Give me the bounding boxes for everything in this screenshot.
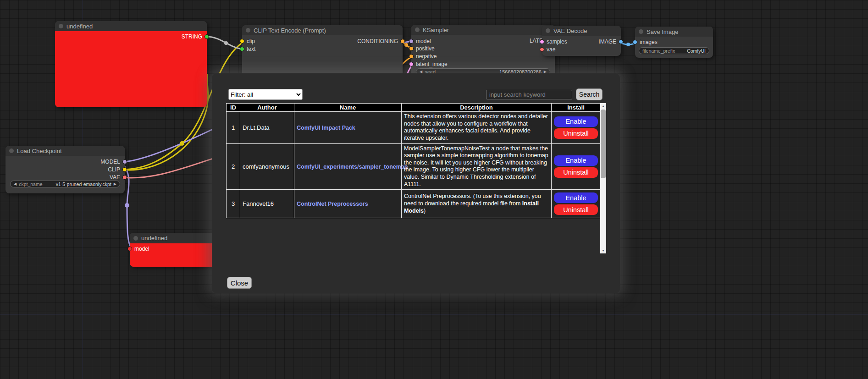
enable-button[interactable]: Enable <box>554 116 598 127</box>
node-header[interactable]: VAE Decode <box>542 26 621 36</box>
model-port-dot[interactable] <box>122 159 127 164</box>
extension-description: ControlNet Preprocessors. (To use this e… <box>402 190 552 218</box>
port-label: MODEL <box>100 159 120 165</box>
node-collapse-dot[interactable] <box>546 28 550 33</box>
model-port-dot[interactable] <box>409 39 414 44</box>
output-port-vae[interactable]: VAE <box>110 174 127 181</box>
description-text: ControlNet Preprocessors. (To use this e… <box>404 193 541 207</box>
port-label: text <box>247 46 255 52</box>
search-button[interactable]: Search <box>576 88 603 100</box>
port-label: VAE <box>110 174 120 181</box>
node-header[interactable]: Save Image <box>635 27 713 37</box>
extension-id: 2 <box>227 143 240 190</box>
uninstall-button[interactable]: Uninstall <box>554 167 598 178</box>
input-port-vae[interactable]: vae <box>540 46 555 53</box>
node-collapse-dot[interactable] <box>415 27 420 32</box>
close-button[interactable]: Close <box>227 277 252 289</box>
node-vae-decode[interactable]: VAE Decode samples vae IMAGE <box>542 26 621 56</box>
extension-id: 1 <box>227 112 240 144</box>
ckpt-name-widget[interactable]: ◀ ckpt_name v1-5-pruned-emaonly.ckpt ▶ <box>10 181 120 187</box>
output-port-clip[interactable]: CLIP <box>108 166 127 173</box>
input-port-model[interactable]: model <box>409 38 431 44</box>
port-label: STRING <box>182 33 202 40</box>
link-midpoint-dot[interactable] <box>626 43 630 46</box>
node-header[interactable]: undefined <box>55 21 207 31</box>
extension-author: Dr.Lt.Data <box>240 112 294 144</box>
search-input[interactable] <box>486 90 572 99</box>
uninstall-button[interactable]: Uninstall <box>554 128 598 139</box>
col-header-author: Author <box>240 104 294 112</box>
input-port-clip[interactable]: clip <box>240 38 255 44</box>
enable-button[interactable]: Enable <box>554 192 598 203</box>
node-collapse-dot[interactable] <box>133 236 138 241</box>
string-port-dot[interactable] <box>240 47 244 51</box>
node-title: CLIP Text Encode (Prompt) <box>254 27 326 34</box>
scroll-down-icon[interactable]: ▼ <box>600 247 606 253</box>
node-header[interactable]: KSampler <box>411 25 555 35</box>
output-port-conditioning[interactable]: CONDITIONING <box>357 38 405 44</box>
port-label: IMAGE <box>598 38 616 45</box>
port-label: CONDITIONING <box>357 38 398 44</box>
input-port-images[interactable]: images <box>633 39 658 45</box>
extension-id: 3 <box>227 190 240 218</box>
node-collapse-dot[interactable] <box>59 24 63 28</box>
node-collapse-dot[interactable] <box>639 29 643 34</box>
input-port-text[interactable]: text <box>240 46 255 52</box>
clip-port-dot[interactable] <box>240 39 244 44</box>
output-port-model[interactable]: MODEL <box>100 159 127 165</box>
port-label: vae <box>547 46 555 53</box>
table-scrollbar[interactable]: ▲ ▼ <box>600 103 606 253</box>
extension-name-link[interactable]: ComfyUI Impact Pack <box>297 125 355 131</box>
node-header[interactable]: CLIP Text Encode (Prompt) <box>242 25 403 35</box>
port-label: model <box>134 246 149 252</box>
vae-port-dot[interactable] <box>540 47 544 52</box>
node-undefined-top[interactable]: undefined STRING <box>55 21 207 107</box>
string-port-dot[interactable] <box>205 34 209 39</box>
input-port-negative[interactable]: negative <box>409 53 437 60</box>
conditioning-port-dot[interactable] <box>409 54 414 59</box>
widget-value: ComfyUI <box>687 48 706 54</box>
link-midpoint-dot[interactable] <box>224 41 228 45</box>
input-port-samples[interactable]: samples <box>540 38 567 45</box>
vae-port-dot[interactable] <box>122 175 127 180</box>
node-collapse-dot[interactable] <box>9 148 14 153</box>
extension-description: ModelSamplerTonemapNoiseTest a node that… <box>402 143 552 190</box>
filename-prefix-widget[interactable]: filename_prefix ComfyUI <box>639 47 709 54</box>
enable-button[interactable]: Enable <box>554 155 598 166</box>
conditioning-port-dot[interactable] <box>400 39 405 44</box>
output-port-image[interactable]: IMAGE <box>598 38 623 45</box>
node-header[interactable]: Load Checkpoint <box>6 146 125 156</box>
extension-name-link[interactable]: ControlNet Preprocessors <box>297 201 368 207</box>
latent-port-dot[interactable] <box>540 39 544 44</box>
link-midpoint-dot[interactable] <box>180 141 184 146</box>
node-save-image[interactable]: Save Image images filename_prefix ComfyU… <box>635 27 713 58</box>
col-header-description: Description <box>402 104 552 112</box>
node-title: Save Image <box>647 28 678 35</box>
uninstall-button[interactable]: Uninstall <box>554 204 598 215</box>
node-title: undefined <box>141 235 167 242</box>
conditioning-port-dot[interactable] <box>409 46 414 51</box>
link-midpoint-dot[interactable] <box>404 43 408 47</box>
extension-name-link[interactable]: ComfyUI_experiments/sampler_tonemap <box>297 164 408 170</box>
scrollbar-thumb[interactable] <box>601 110 606 178</box>
output-port-string[interactable]: STRING <box>182 33 209 40</box>
image-port-dot[interactable] <box>619 39 623 44</box>
node-title: Load Checkpoint <box>17 148 62 154</box>
extension-table: ID Author Name Description Install 1 Dr.… <box>226 103 601 218</box>
link-midpoint-dot[interactable] <box>125 203 129 208</box>
latent-port-dot[interactable] <box>409 62 414 66</box>
input-port-model[interactable]: model <box>127 246 149 252</box>
image-port-dot[interactable] <box>633 40 637 44</box>
input-port-positive[interactable]: positive <box>409 45 435 52</box>
scroll-up-icon[interactable]: ▲ <box>600 103 606 109</box>
model-port-dot[interactable] <box>127 247 132 251</box>
increment-icon[interactable]: ▶ <box>114 182 116 186</box>
clip-port-dot[interactable] <box>122 167 127 172</box>
extension-description: This extension offers various detector n… <box>402 112 552 144</box>
input-port-latent-image[interactable]: latent_image <box>409 61 448 67</box>
widget-label: ckpt_name <box>19 181 42 187</box>
node-collapse-dot[interactable] <box>246 28 250 33</box>
filter-select[interactable]: Filter: all <box>228 89 303 100</box>
decrement-icon[interactable]: ◀ <box>14 182 17 186</box>
node-load-checkpoint[interactable]: Load Checkpoint MODEL CLIP VAE ◀ ckpt_na… <box>6 146 125 193</box>
